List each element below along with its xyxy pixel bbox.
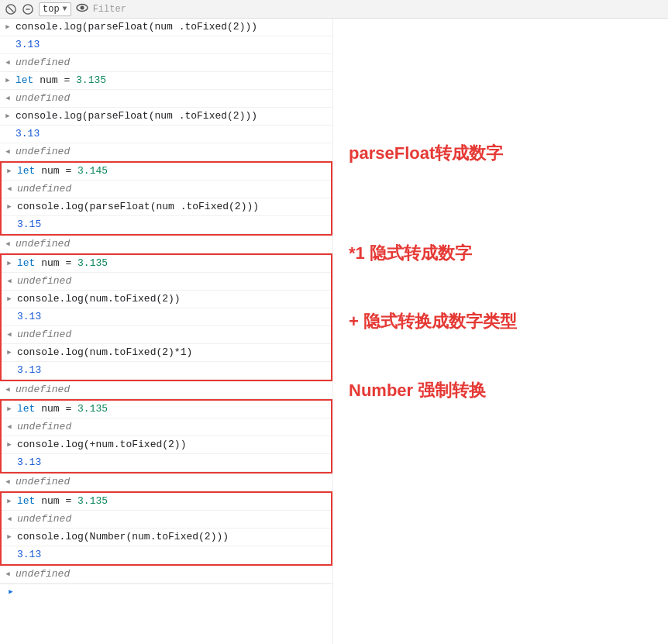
- number-val: 3.135: [77, 257, 108, 269]
- expand-icon[interactable]: [2, 493, 17, 508]
- row-content: console.log(num.toFixed(2)*1): [17, 344, 331, 361]
- row-content: console.log(parseFloat(num .toFixed(2))): [17, 198, 331, 215]
- keyword: let: [17, 495, 35, 507]
- row-content: let num = 3.135: [17, 493, 331, 510]
- svg-line-1: [9, 6, 14, 12]
- output-value: 3.13: [15, 39, 40, 50]
- code-text: console.log(+num.toFixed(2)): [17, 439, 186, 450]
- row-content: undefined: [15, 381, 332, 398]
- row-content: console.log(parseFloat(num .toFixed(2))): [15, 19, 332, 36]
- expand-icon[interactable]: [2, 344, 17, 360]
- annotations-panel: parseFloat转成数字 *1 隐式转成数字 + 隐式转换成数字类型 Num…: [333, 19, 668, 644]
- expand-icon[interactable]: [2, 198, 17, 214]
- output-value: 3.13: [17, 311, 41, 322]
- output-value: 3.13: [15, 128, 40, 139]
- section-box-3: let num = 3.135 undefined console.log(+n…: [0, 399, 332, 474]
- code-text: num =: [41, 165, 77, 177]
- row-content: undefined: [15, 566, 332, 583]
- console-input-row[interactable]: [0, 584, 332, 599]
- console-row: undefined: [0, 143, 332, 161]
- row-content: 3.13: [15, 126, 332, 143]
- row-content: 3.13: [17, 546, 331, 563]
- row-content: let num = 3.135: [15, 72, 332, 89]
- code-text: console.log(parseFloat(num .toFixed(2))): [15, 110, 257, 122]
- console-row: 3.15: [2, 216, 331, 234]
- row-content: console.log(parseFloat(num .toFixed(2))): [15, 108, 332, 125]
- spacer: [2, 546, 17, 562]
- return-icon: [0, 474, 15, 489]
- number-val: 3.135: [76, 74, 106, 86]
- return-icon: [2, 181, 17, 196]
- row-content: 3.13: [17, 308, 331, 325]
- row-content: undefined: [15, 474, 332, 491]
- console-row: 3.13: [2, 546, 331, 564]
- code-text: num =: [41, 495, 77, 507]
- row-content: 3.13: [15, 36, 332, 53]
- console-row: 3.13: [2, 454, 331, 472]
- console-row: let num = 3.135: [2, 493, 331, 511]
- expand-icon[interactable]: [2, 163, 17, 178]
- console-row: undefined: [0, 474, 332, 491]
- output-value: 3.15: [17, 219, 41, 230]
- expand-icon[interactable]: [0, 19, 15, 34]
- eye-icon[interactable]: [76, 2, 88, 17]
- context-selector[interactable]: top ▼: [39, 2, 71, 16]
- return-icon: [0, 143, 15, 159]
- return-icon: [2, 326, 17, 342]
- expand-icon[interactable]: [2, 529, 17, 544]
- row-content: undefined: [17, 273, 331, 290]
- return-value: undefined: [17, 275, 71, 287]
- console-row: 3.13: [2, 308, 331, 326]
- spacer: [2, 362, 17, 377]
- return-value: undefined: [15, 57, 70, 68]
- return-icon: [0, 236, 15, 251]
- console-row: undefined: [2, 511, 331, 529]
- console-row: undefined: [0, 90, 332, 108]
- row-content: undefined: [15, 143, 332, 160]
- spacer: [0, 126, 15, 141]
- row-content: undefined: [15, 236, 332, 253]
- row-content: undefined: [17, 326, 331, 343]
- console-area: console.log(parseFloat(num .toFixed(2)))…: [0, 19, 668, 644]
- expand-icon[interactable]: [0, 72, 15, 88]
- code-text: num =: [41, 403, 77, 415]
- return-value: undefined: [15, 92, 70, 104]
- console-row: undefined: [2, 181, 331, 198]
- return-icon: [2, 418, 17, 434]
- clear-icon[interactable]: [22, 3, 34, 15]
- row-content: let num = 3.135: [17, 401, 331, 418]
- row-content: undefined: [17, 511, 331, 528]
- row-content: undefined: [15, 54, 332, 71]
- row-content: console.log(num.toFixed(2)): [17, 291, 331, 308]
- console-row: 3.13: [0, 36, 332, 54]
- row-content: 3.13: [17, 362, 331, 379]
- stop-icon[interactable]: [5, 3, 17, 15]
- expand-icon[interactable]: [2, 401, 17, 416]
- expand-icon[interactable]: [0, 108, 15, 123]
- spacer: [0, 36, 15, 52]
- console-row: undefined: [0, 381, 332, 399]
- number-val: 3.135: [77, 495, 108, 507]
- spacer: [2, 454, 17, 470]
- console-row: console.log(Number(num.toFixed(2))): [2, 529, 331, 546]
- console-row: let num = 3.145: [2, 163, 331, 181]
- return-icon: [0, 381, 15, 397]
- console-row: console.log(parseFloat(num .toFixed(2))): [0, 19, 332, 36]
- console-row: let num = 3.135: [2, 401, 331, 418]
- keyword: let: [17, 165, 35, 177]
- code-text: console.log(Number(num.toFixed(2))): [17, 531, 229, 542]
- expand-icon[interactable]: [2, 436, 17, 452]
- return-value: undefined: [15, 384, 70, 395]
- console-row: undefined: [0, 54, 332, 72]
- expand-icon[interactable]: [2, 291, 17, 306]
- return-icon: [2, 273, 17, 288]
- code-text: console.log(parseFloat(num .toFixed(2))): [15, 21, 257, 33]
- console-row: undefined: [0, 236, 332, 253]
- row-content: undefined: [15, 90, 332, 107]
- number-val: 3.135: [77, 403, 108, 415]
- row-content: console.log(+num.toFixed(2)): [17, 436, 331, 453]
- expand-icon[interactable]: [2, 255, 17, 270]
- filter-label: Filter: [93, 4, 126, 15]
- output-value: 3.13: [17, 364, 41, 376]
- annotation-number: Number 强制转换: [349, 380, 486, 402]
